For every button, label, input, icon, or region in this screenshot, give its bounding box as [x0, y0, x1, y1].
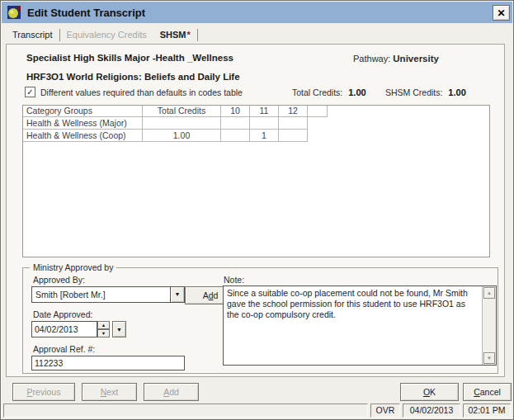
- close-icon: ✕: [497, 7, 505, 19]
- close-button[interactable]: ✕: [493, 5, 510, 21]
- note-scrollbar[interactable]: ▲ ▼: [482, 286, 496, 365]
- chevron-down-icon: ▼: [116, 327, 122, 333]
- date-approved-control: ▲ ▼ ▼: [31, 321, 126, 337]
- tab-equivalency-label: Equivalency Credits: [67, 30, 147, 40]
- pathway: Pathway: University: [353, 54, 439, 64]
- ministry-approved-groupbox: Ministry Approved by Approved By: Smith …: [22, 267, 498, 374]
- chevron-down-icon: ▼: [175, 291, 181, 297]
- status-date: 04/02/2013: [403, 403, 460, 418]
- approval-ref-label: Approval Ref. #:: [33, 344, 95, 354]
- row-major-grade12-cell[interactable]: [279, 117, 308, 130]
- tab-shsm-modified-asterisk: *: [187, 30, 191, 40]
- grid-header-row: Category Groups Total Credits 10 11 12: [23, 106, 489, 117]
- category-groups-grid: Category Groups Total Credits 10 11 12 H…: [22, 105, 490, 257]
- pathway-value: University: [393, 54, 439, 64]
- grid-header-total-credits: Total Credits: [143, 106, 221, 117]
- ok-rest: K: [430, 387, 436, 397]
- cancel-button[interactable]: Cancel: [463, 383, 512, 401]
- row-major-total-cell[interactable]: [143, 117, 221, 130]
- row-major-grade11-cell[interactable]: [250, 117, 279, 130]
- tab-equivalency-credits[interactable]: Equivalency Credits: [60, 30, 153, 40]
- window-title: Edit Student Transcript: [27, 7, 145, 19]
- date-approved-label: Date Approved:: [33, 309, 92, 319]
- approved-by-combobox[interactable]: Smith [Robert Mr.] ▼: [31, 286, 185, 303]
- shsm-credits-label: SHSM Credits:: [385, 87, 442, 97]
- tab-shsm-label: SHSM: [160, 30, 186, 40]
- row-major-grade10-cell[interactable]: [221, 117, 250, 130]
- previous-accel: P: [27, 387, 33, 397]
- status-ovr-indicator: OVR: [370, 403, 400, 418]
- approval-ref-input[interactable]: [31, 356, 185, 370]
- next-button[interactable]: Next: [82, 383, 137, 401]
- status-time: 02:01 PM: [463, 403, 511, 418]
- note-textarea[interactable]: Since a suitable co-op placement could n…: [223, 286, 497, 366]
- scroll-up-button[interactable]: ▲: [483, 287, 495, 299]
- scroll-up-icon: ▲: [487, 290, 492, 295]
- previous-rest: revious: [33, 387, 61, 397]
- add-button-text: A: [203, 290, 209, 300]
- date-approved-field[interactable]: [31, 321, 97, 337]
- total-credits: Total Credits: 1.00: [292, 87, 366, 97]
- table-row[interactable]: Health & Wellness (Major): [23, 117, 489, 130]
- cancel-rest: ancel: [480, 387, 501, 397]
- edit-student-transcript-dialog: Edit Student Transcript ✕ Transcript Equ…: [0, 0, 514, 420]
- table-row[interactable]: Health & Wellness (Coop) 1.00 1: [23, 130, 489, 142]
- note-label: Note:: [224, 275, 244, 285]
- grid-header-spacer: [308, 106, 328, 117]
- row-coop-grade10-cell[interactable]: [221, 130, 250, 142]
- grid-header-category-groups: Category Groups: [23, 106, 143, 117]
- shsm-credits-value: 1.00: [448, 87, 465, 97]
- row-coop-grade11-cell[interactable]: 1: [250, 130, 279, 142]
- course-title: HRF3O1 World Religions: Beliefs and Dail…: [26, 72, 240, 82]
- different-values-label: Different values required than defaults …: [40, 87, 243, 97]
- tab-shsm[interactable]: SHSM*: [153, 30, 197, 40]
- grid-header-grade-12: 12: [279, 106, 308, 117]
- tab-transcript[interactable]: Transcript: [6, 30, 59, 40]
- add-record-button[interactable]: Add: [144, 383, 199, 401]
- grid-header-grade-10: 10: [221, 106, 250, 117]
- spinner-down-icon: ▼: [101, 331, 106, 336]
- approved-by-dropdown-button[interactable]: ▼: [170, 287, 184, 302]
- cancel-accel: C: [474, 387, 480, 397]
- app-icon: [7, 6, 21, 19]
- shsm-tab-page: Specialist High Skills Major -Health _We…: [6, 44, 505, 377]
- grid-header-grade-11: 11: [250, 106, 279, 117]
- different-values-checkbox[interactable]: ✓: [25, 87, 35, 97]
- date-calendar-dropdown-button[interactable]: ▼: [112, 321, 126, 337]
- approved-by-value: Smith [Robert Mr.]: [32, 290, 170, 300]
- next-rest: ext: [106, 387, 118, 397]
- row-major-category-cell[interactable]: Health & Wellness (Major): [23, 117, 143, 130]
- shsm-major-title: Specialist High Skills Major -Health _We…: [26, 53, 233, 63]
- add2-rest: dd: [169, 387, 179, 397]
- spinner-up-icon: ▲: [101, 323, 106, 328]
- row-coop-category-cell[interactable]: Health & Wellness (Coop): [23, 130, 143, 142]
- scroll-down-button[interactable]: ▼: [483, 352, 495, 364]
- total-credits-value: 1.00: [348, 87, 365, 97]
- date-spin-down-button[interactable]: ▼: [97, 329, 110, 337]
- add-button-rest: d: [214, 290, 219, 300]
- note-text: Since a suitable co-op placement could n…: [224, 286, 482, 365]
- row-coop-total-cell[interactable]: 1.00: [143, 130, 221, 142]
- total-credits-label: Total Credits:: [292, 87, 342, 97]
- date-spin-up-button[interactable]: ▲: [97, 321, 110, 329]
- titlebar: Edit Student Transcript ✕: [2, 2, 512, 23]
- ok-button[interactable]: OK: [400, 383, 459, 401]
- scroll-down-icon: ▼: [487, 356, 492, 361]
- previous-button[interactable]: Previous: [12, 383, 75, 401]
- shsm-credits: SHSM Credits: 1.00: [385, 87, 466, 97]
- checkmark-icon: ✓: [26, 87, 33, 97]
- ministry-approved-legend: Ministry Approved by: [30, 262, 116, 272]
- tab-strip: Transcript Equivalency Credits SHSM*: [6, 26, 198, 44]
- tab-separator: [197, 29, 198, 41]
- date-spinner: ▲ ▼: [97, 321, 110, 337]
- tab-transcript-label: Transcript: [12, 30, 53, 40]
- status-bar: OVR 04/02/2013 02:01 PM: [3, 403, 511, 418]
- pathway-label: Pathway:: [353, 54, 390, 64]
- ok-accel: O: [423, 387, 430, 397]
- status-message-panel: [3, 403, 368, 418]
- approved-by-label: Approved By:: [33, 275, 85, 285]
- row-coop-grade12-cell[interactable]: [279, 130, 308, 142]
